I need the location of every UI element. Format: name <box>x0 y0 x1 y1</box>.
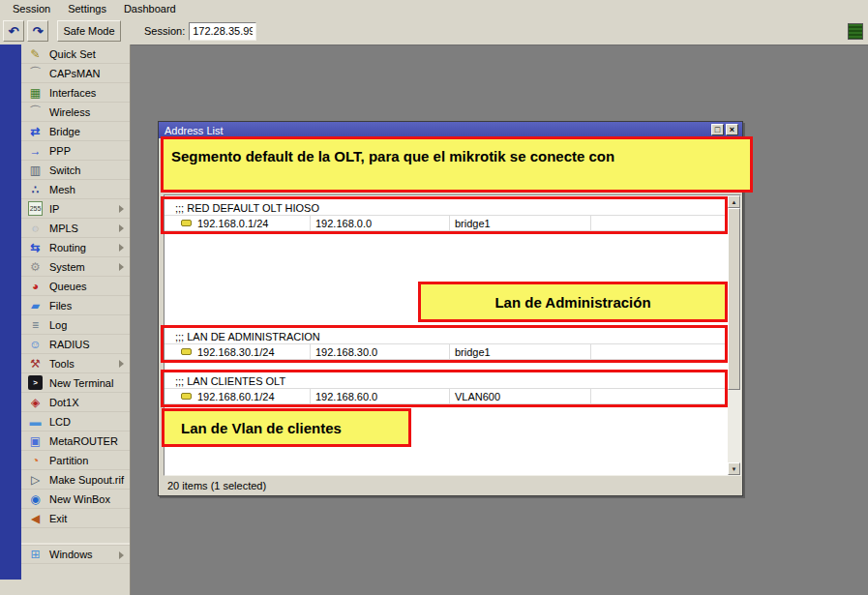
sidebar-item-interfaces[interactable]: Interfaces <box>21 83 130 103</box>
sidebar-item-ip[interactable]: IP <box>21 199 130 219</box>
address-row[interactable]: 192.168.30.1/24 192.168.30.0 bridge1 <box>165 344 728 360</box>
address-group-lan-clientes: ;;; LAN CLIENTES OLT 192.168.60.1/24 192… <box>165 373 728 404</box>
comment-text: ;;; RED DEFAULT OLT HIOSO <box>175 202 319 214</box>
menu-dashboard[interactable]: Dashboard <box>115 1 185 16</box>
sidebar-item-lcd[interactable]: LCD <box>21 412 130 431</box>
bridge-icon <box>28 124 43 138</box>
arrow-up-icon: ▲ <box>732 199 737 205</box>
sidebar-item-label: Exit <box>49 513 67 524</box>
sidebar-item-label: Dot1X <box>49 397 79 408</box>
system-icon <box>28 259 43 274</box>
submenu-arrow-icon <box>119 244 124 252</box>
address-row[interactable]: 192.168.0.1/24 192.168.0.0 bridge1 <box>165 216 728 231</box>
submenu-arrow-icon <box>119 224 124 232</box>
menubar: Session Settings Dashboard <box>0 0 868 17</box>
address-value: 192.168.30.1/24 <box>197 346 275 358</box>
dot1x-icon <box>28 395 43 409</box>
menu-settings[interactable]: Settings <box>59 1 115 16</box>
log-icon <box>28 317 43 332</box>
safe-mode-button[interactable]: Safe Mode <box>57 20 121 42</box>
undo-arrow-icon: ↶ <box>9 24 19 39</box>
callout-lan-administracion: Lan de Administración <box>418 282 728 322</box>
sidebar-item-label: Switch <box>49 164 80 176</box>
sidebar-item-label: Partition <box>49 455 88 466</box>
sidebar-item-routing[interactable]: Routing <box>21 238 130 257</box>
sidebar-item-partition[interactable]: Partition <box>21 451 130 470</box>
sidebar-item-label: Windows <box>49 549 93 560</box>
make-supout-icon <box>28 472 43 487</box>
sidebar-item-ppp[interactable]: PPP <box>21 141 130 161</box>
address-group-red-default: ;;; RED DEFAULT OLT HIOSO 192.168.0.1/24… <box>165 200 728 231</box>
callout-text: Lan de Vlan de clientes <box>181 420 342 436</box>
submenu-arrow-icon <box>119 263 124 271</box>
sidebar-item-metarouter[interactable]: MetaROUTER <box>21 431 130 451</box>
menu-session[interactable]: Session <box>4 1 59 16</box>
brand-vertical-text: RouterOS WinBox <box>0 432 2 589</box>
partition-icon <box>28 453 43 467</box>
files-icon <box>28 298 43 312</box>
connection-indicator-icon <box>848 23 863 40</box>
maximize-icon: □ <box>715 126 720 134</box>
windows-icon <box>28 548 43 562</box>
sidebar-item-label: Bridge <box>49 126 80 137</box>
sidebar-item-dot1x[interactable]: Dot1X <box>21 393 130 412</box>
sidebar-item-system[interactable]: System <box>21 257 130 277</box>
sidebar-item-label: MPLS <box>49 223 78 234</box>
sidebar-item-mesh[interactable]: Mesh <box>21 180 130 199</box>
sidebar-item-bridge[interactable]: Bridge <box>21 122 130 141</box>
sidebar-item-capsman[interactable]: CAPsMAN <box>21 64 130 83</box>
sidebar-item-quick-set[interactable]: Quick Set <box>21 45 130 64</box>
brand-column: RouterOS WinBox <box>0 45 21 595</box>
sidebar-item-new-terminal[interactable]: New Terminal <box>21 373 130 393</box>
undo-button[interactable]: ↶ <box>3 20 24 42</box>
sidebar-item-label: CAPsMAN <box>49 68 101 79</box>
comment-row[interactable]: ;;; LAN DE ADMINISTRACION <box>165 329 728 344</box>
sidebar-item-wireless[interactable]: Wireless <box>21 103 130 122</box>
address-icon <box>181 348 192 355</box>
sidebar-item-tools[interactable]: Tools <box>21 354 130 373</box>
brand-strip <box>0 45 21 580</box>
callout-text: Segmento default de la OLT, para que el … <box>171 148 614 164</box>
sidebar-item-log[interactable]: Log <box>21 315 130 335</box>
routing-icon <box>28 240 43 254</box>
vertical-scrollbar[interactable]: ▲ ▼ <box>728 195 740 475</box>
status-bar: 20 items (1 selected) <box>164 476 741 494</box>
quick-set-icon <box>28 46 43 61</box>
callout-text: Lan de Administración <box>494 294 650 311</box>
sidebar-item-make-supout[interactable]: Make Supout.rif <box>21 470 130 490</box>
scroll-up-button[interactable]: ▲ <box>728 195 740 208</box>
sidebar-item-radius[interactable]: RADIUS <box>21 335 130 354</box>
sidebar-item-queues[interactable]: Queues <box>21 277 130 296</box>
sidebar-item-files[interactable]: Files <box>21 296 130 315</box>
close-button[interactable]: × <box>726 124 738 135</box>
redo-arrow-icon: ↷ <box>33 24 44 39</box>
scroll-down-button[interactable]: ▼ <box>728 462 740 475</box>
comment-row[interactable]: ;;; RED DEFAULT OLT HIOSO <box>165 200 728 216</box>
network-value: 192.168.0.0 <box>315 218 372 229</box>
sidebar-item-windows[interactable]: Windows <box>21 545 130 564</box>
redo-button[interactable]: ↷ <box>27 20 48 42</box>
sidebar-item-new-winbox[interactable]: New WinBox <box>21 490 130 509</box>
session-input[interactable] <box>189 22 256 41</box>
address-row[interactable]: 192.168.60.1/24 192.168.60.0 VLAN600 <box>165 389 728 404</box>
address-list-window: Address List □ × ;;; RED DEFAULT OLT HIO… <box>158 121 743 496</box>
ip-icon <box>28 201 43 216</box>
close-icon: × <box>730 126 734 134</box>
sidebar-item-label: New WinBox <box>49 493 110 505</box>
scrollbar-thumb[interactable] <box>728 208 740 390</box>
comment-row[interactable]: ;;; LAN CLIENTES OLT <box>165 373 728 389</box>
maximize-button[interactable]: □ <box>711 124 724 135</box>
sidebar-item-mpls[interactable]: MPLS <box>21 219 130 238</box>
sidebar-item-label: New Terminal <box>49 377 113 389</box>
toolbar: ↶ ↷ Safe Mode Session: <box>0 17 868 45</box>
sidebar-item-switch[interactable]: Switch <box>21 161 130 180</box>
sidebar-item-label: Routing <box>49 242 86 253</box>
arrow-down-icon: ▼ <box>732 466 737 472</box>
interface-value: VLAN600 <box>455 391 500 402</box>
mpls-icon <box>28 221 43 235</box>
callout-lan-vlan-clientes: Lan de Vlan de clientes <box>162 408 411 447</box>
metarouter-icon <box>28 433 43 448</box>
sidebar-item-exit[interactable]: Exit <box>21 509 130 528</box>
sidebar-item-label: Queues <box>49 281 87 292</box>
switch-icon <box>28 163 43 177</box>
